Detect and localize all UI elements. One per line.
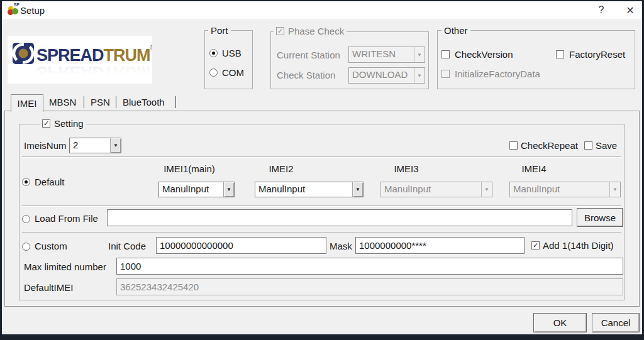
dropdown-arrow-icon [352, 182, 363, 197]
dropdown-arrow-icon [223, 182, 234, 197]
row-separator [22, 206, 621, 207]
initialize-factory-data-checkbox [441, 70, 450, 78]
add1-label: Add 1(14th Digit) [543, 240, 614, 251]
port-group-title: Port [208, 25, 231, 36]
imei3-input-mode-select: ManulInput [380, 182, 492, 197]
init-code-label: Init Code [108, 241, 146, 251]
custom-radio-label: Custom [35, 241, 67, 251]
check-version-checkbox[interactable] [441, 50, 450, 58]
tab-bluetooth[interactable]: BlueTooth [123, 97, 165, 107]
check-version-label: CheckVersion [455, 49, 513, 60]
spreadtrum-logo: SPREADTRUM® SPREADTRUM [8, 36, 152, 84]
imei4-input-mode-select: ManulInput [509, 182, 621, 197]
other-group-title: Other [441, 25, 470, 36]
default-imei-label: DefaultIMEI [24, 282, 73, 293]
dropdown-arrow-icon [481, 182, 492, 197]
tab-imei[interactable]: IMEI [11, 94, 43, 112]
help-button[interactable]: ? [592, 1, 611, 19]
dropdown-arrow-icon [414, 68, 425, 83]
current-station-label: Current Station [277, 50, 340, 60]
com-radio-label: COM [222, 67, 244, 78]
row-separator [22, 156, 621, 158]
setup-dialog: SP Setup ? ✕ SPREADTRUM® SPREADTRUM [2, 1, 642, 334]
registered-mark: ® [150, 43, 152, 51]
phase-check-label: Phase Check [288, 26, 344, 36]
tab-separator [84, 96, 84, 108]
imeis-num-label: ImeisNum [24, 140, 67, 151]
app-icon: SP [7, 4, 19, 16]
title-bar[interactable]: SP Setup ? ✕ [2, 1, 642, 19]
port-group: Port USB COM [204, 30, 253, 89]
max-limited-number-input[interactable] [116, 258, 623, 275]
tab-mbsn[interactable]: MBSN [49, 97, 76, 107]
factory-reset-checkbox[interactable] [556, 50, 564, 58]
imeis-num-select[interactable]: 2 [69, 138, 121, 153]
current-station-select: WRITESN [348, 47, 425, 63]
default-radio[interactable] [22, 178, 30, 186]
custom-radio[interactable] [22, 243, 30, 251]
usb-radio-label: USB [222, 48, 242, 58]
row-separator [22, 232, 621, 233]
screen-background: SP Setup ? ✕ SPREADTRUM® SPREADTRUM [0, 0, 644, 340]
ok-button[interactable]: OK [533, 313, 587, 332]
other-group: Other CheckVersion FactoryReset Initiali… [437, 30, 635, 89]
window-title: Setup [20, 5, 45, 16]
imei1-header: IMEI1(main) [152, 163, 227, 174]
load-from-file-radio[interactable] [22, 215, 30, 223]
cancel-button[interactable]: Cancel [592, 313, 640, 332]
spreadtrum-logo-icon [13, 43, 34, 64]
check-station-label: Check Station [277, 70, 335, 80]
initialize-factory-data-label: InitializeFactoryData [455, 69, 540, 79]
add1-checkbox[interactable] [531, 241, 540, 250]
imei1-input-mode-select[interactable]: ManulInput [158, 182, 235, 197]
load-from-file-label: Load From File [35, 213, 98, 224]
dropdown-arrow-icon [609, 182, 620, 197]
wordmark-reflection: SPREADTRUM [36, 62, 150, 76]
app-icon-green-dot [12, 8, 18, 14]
default-radio-label: Default [35, 177, 65, 187]
mask-label: Mask [330, 241, 352, 251]
setting-group-title: Setting [54, 118, 84, 129]
mask-input[interactable] [355, 237, 525, 254]
close-button[interactable]: ✕ [621, 1, 640, 19]
factory-reset-label: FactoryReset [569, 49, 625, 60]
phase-check-checkbox [276, 27, 284, 35]
imei4-header: IMEI4 [496, 163, 572, 174]
default-imei-input [116, 278, 623, 295]
check-repeat-label: CheckRepeat [521, 140, 578, 151]
usb-radio[interactable] [209, 49, 218, 57]
tab-psn[interactable]: PSN [91, 97, 110, 107]
phase-check-group: Phase Check Current Station WRITESN Chec… [270, 31, 429, 89]
imei2-header: IMEI2 [243, 163, 319, 174]
init-code-input[interactable] [156, 237, 326, 254]
save-label: Save [596, 140, 617, 151]
load-from-file-input[interactable] [107, 209, 572, 226]
tab-separator [116, 96, 116, 108]
dropdown-arrow-icon [414, 47, 425, 62]
tab-separator [175, 96, 176, 108]
imei2-input-mode-select[interactable]: ManulInput [255, 182, 364, 197]
app-icon-sp-text: SP [14, 3, 19, 7]
max-limited-number-label: Max limited number [24, 261, 106, 272]
setting-checkbox[interactable] [42, 119, 50, 128]
check-repeat-checkbox[interactable] [509, 141, 518, 150]
com-radio[interactable] [209, 69, 218, 77]
check-station-select: DOWNLOAD [348, 67, 425, 84]
browse-button[interactable]: Browse [577, 208, 623, 227]
dropdown-arrow-icon [110, 138, 121, 153]
imei3-header: IMEI3 [369, 163, 444, 174]
save-checkbox[interactable] [584, 141, 592, 150]
